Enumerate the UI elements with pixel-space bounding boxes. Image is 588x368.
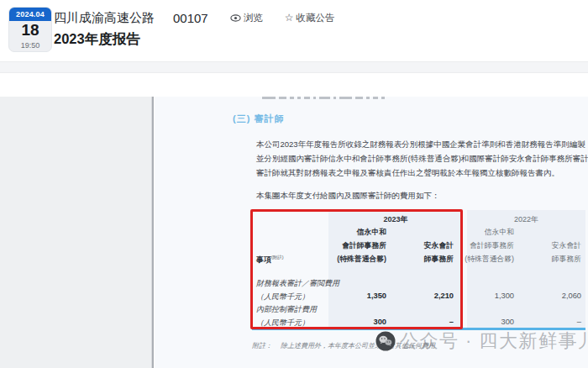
row-label-internal-control-fee: 內部控制審計費用 [256, 304, 317, 315]
year-header-2022: 2022年 [467, 214, 585, 225]
col-header-line: 師事務所 [479, 253, 581, 266]
fees-intro-line: 本集團本年度支付給國內及國際審計師的費用如下： [256, 191, 440, 202]
watermark: 公众号 · 四大新鲜事儿 [375, 329, 588, 354]
publish-month: 2024.04 [9, 8, 51, 21]
announcement-header-row: 四川成渝高速公路 00107 浏览 ☆ 收藏公告 [54, 9, 334, 26]
announcement-viewer: 2024.04 18 19:50 四川成渝高速公路 00107 浏览 ☆ 收藏公… [0, 0, 588, 368]
publish-date-badge: 2024.04 18 19:50 [8, 7, 52, 52]
browse-button[interactable]: 浏览 [230, 12, 263, 24]
favorite-announcement-button[interactable]: ☆ 收藏公告 [285, 12, 335, 24]
clipped-text-remnant [262, 97, 455, 101]
col-header-ey-2022: 安永會計 師事務所 [479, 239, 581, 266]
col-header-line: 安永會計 [479, 239, 581, 253]
year-header-2023: 2023年 [328, 214, 463, 225]
item-label-footnote-ref: (附註) [271, 255, 284, 260]
viewer-scrollbar[interactable] [151, 97, 154, 368]
header-separator-band [0, 61, 588, 73]
publish-time: 19:50 [9, 39, 51, 51]
footnote-label: 附註： [252, 342, 272, 350]
wechat-icon [375, 331, 396, 351]
browse-label: 浏览 [244, 12, 263, 24]
pdf-page: (三) 審計師 本公司2023年年度報告所收錄之財務報表分別根據中國企業會計準則… [155, 97, 588, 368]
paragraph-line: 並分別經國內審計師信永中和會計師事務所(特殊普通合夥)和國際審計師安永會計師事務… [256, 154, 588, 165]
paragraph-line: 審計師就其對財務報表之申報及審核責任作出之聲明載於本年報獨立核數師報告書內。 [256, 168, 559, 179]
section-heading-auditors: (三) 審計師 [233, 113, 284, 125]
col-header-line: 信永中和 [412, 226, 514, 239]
announcement-title: 2023年度报告 [54, 30, 140, 49]
watermark-text: 公众号 · 四大新鲜事儿 [400, 329, 588, 354]
viewer-left-gutter [0, 97, 151, 368]
row-label-audit-fee: 財務報表審計／審閲費用 [256, 278, 339, 289]
favorite-label: 收藏公告 [296, 12, 334, 24]
item-label-text: 事項 [256, 255, 271, 264]
pdf-viewer[interactable]: (三) 審計師 本公司2023年年度報告所收錄之財務報表分別根據中國企業會計準則… [0, 97, 588, 368]
item-column-label: 事項(附註) [256, 255, 284, 265]
table-cell: – [479, 318, 581, 326]
company-name: 四川成渝高速公路 [54, 10, 155, 26]
paragraph-line: 本公司2023年年度報告所收錄之財務報表分別根據中國企業會計準則和香港財務報告準… [256, 139, 588, 150]
eye-icon [230, 13, 241, 23]
star-icon: ☆ [285, 12, 294, 24]
publish-day: 18 [9, 21, 51, 39]
table-cell: 2,060 [479, 292, 581, 300]
col-header-line: 信永中和 [284, 226, 386, 239]
stock-code: 00107 [173, 11, 208, 25]
